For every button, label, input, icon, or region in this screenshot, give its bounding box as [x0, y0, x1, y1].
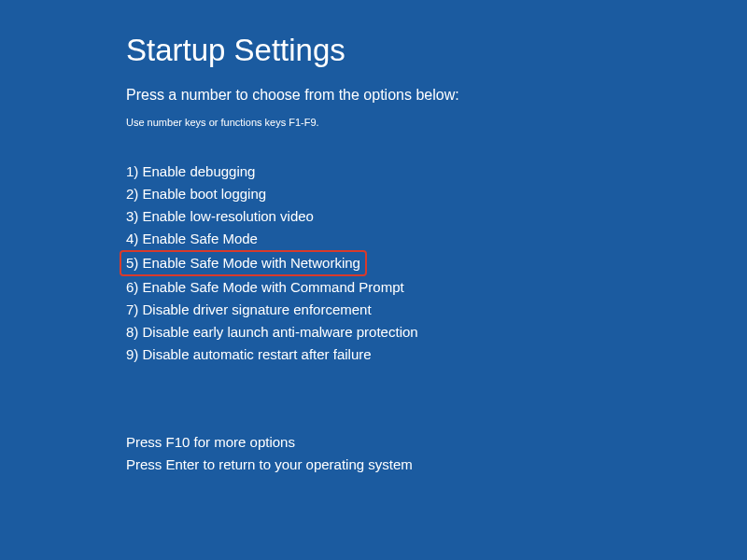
option-9-disable-auto-restart[interactable]: 9) Disable automatic restart after failu…	[126, 343, 372, 366]
option-1-debugging[interactable]: 1) Enable debugging	[126, 161, 255, 183]
hint-text: Use number keys or functions keys F1-F9.	[126, 117, 747, 128]
footer-enter: Press Enter to return to your operating …	[126, 454, 747, 476]
option-3-low-resolution[interactable]: 3) Enable low-resolution video	[126, 205, 314, 228]
subtitle: Press a number to choose from the option…	[126, 87, 747, 104]
page-title: Startup Settings	[126, 33, 747, 68]
startup-settings-screen: Startup Settings Press a number to choos…	[0, 0, 747, 476]
options-list: 1) Enable debugging 2) Enable boot loggi…	[126, 161, 747, 366]
option-6-safe-mode-command-prompt[interactable]: 6) Enable Safe Mode with Command Prompt	[126, 276, 404, 299]
footer-f10: Press F10 for more options	[126, 431, 747, 454]
option-7-disable-driver-signature[interactable]: 7) Disable driver signature enforcement	[126, 299, 372, 321]
option-4-safe-mode[interactable]: 4) Enable Safe Mode	[126, 228, 258, 250]
option-2-boot-logging[interactable]: 2) Enable boot logging	[126, 183, 266, 205]
option-8-disable-anti-malware[interactable]: 8) Disable early launch anti-malware pro…	[126, 321, 418, 343]
option-5-safe-mode-networking[interactable]: 5) Enable Safe Mode with Networking	[120, 250, 367, 276]
